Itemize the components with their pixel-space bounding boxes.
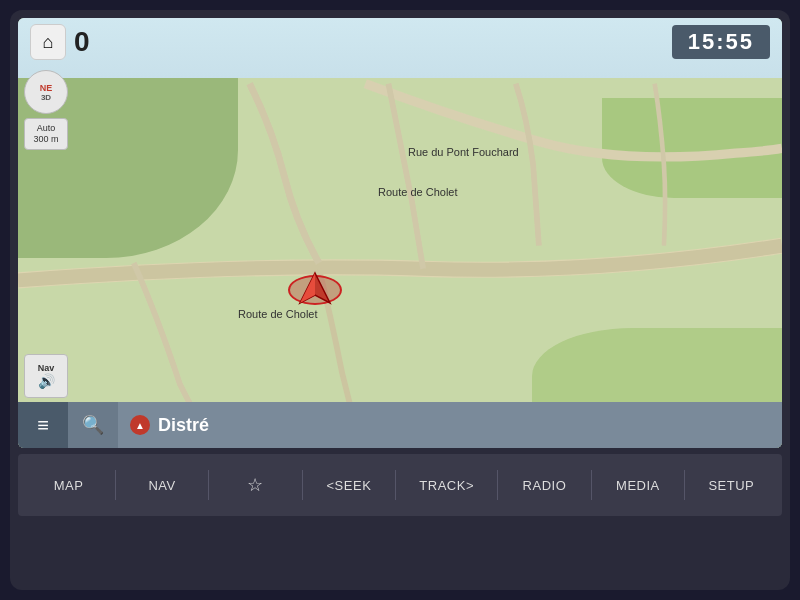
setup-button[interactable]: SETUP: [696, 472, 766, 499]
location-pin-icon: ▲: [130, 415, 150, 435]
seek-back-button[interactable]: <SEEK: [314, 472, 384, 499]
divider-4: [395, 470, 396, 500]
home-icon: ⌂: [43, 32, 54, 53]
nav-button[interactable]: NAV: [127, 472, 197, 499]
nav-sound-icon: 🔊: [38, 373, 55, 389]
divider-2: [208, 470, 209, 500]
track-forward-button[interactable]: TRACK>: [407, 472, 486, 499]
map-button[interactable]: MAP: [34, 472, 104, 499]
compass-mode: 3D: [41, 93, 51, 102]
favorite-button[interactable]: ☆: [220, 468, 290, 502]
bottom-controls: MAP NAV ☆ <SEEK TRACK> RADIO MEDIA SETUP: [18, 454, 782, 516]
divider-7: [684, 470, 685, 500]
location-marker: [288, 263, 342, 317]
location-arrow-svg: [288, 263, 342, 317]
search-icon: 🔍: [82, 414, 104, 436]
device-frame: Rue du Pont Fouchard Route de Cholet Rou…: [10, 10, 790, 590]
nav-sound-button[interactable]: Nav 🔊: [24, 354, 68, 398]
speed-display: 0: [74, 26, 90, 58]
location-bar: ▲ Distré: [118, 402, 782, 448]
roads-overlay: [18, 78, 782, 448]
current-location-name: Distré: [158, 415, 209, 436]
compass-direction: NE: [40, 83, 53, 93]
location-arrow-icon: ▲: [135, 420, 145, 431]
scale-mode: Auto: [37, 123, 56, 134]
menu-icon: ≡: [37, 414, 49, 437]
scale-distance: 300 m: [33, 134, 58, 145]
divider-6: [591, 470, 592, 500]
street-label-pont-fouchard: Rue du Pont Fouchard: [408, 146, 519, 158]
map-scale-button[interactable]: Auto 300 m: [24, 118, 68, 150]
home-button[interactable]: ⌂: [30, 24, 66, 60]
search-button[interactable]: 🔍: [68, 402, 118, 448]
screen-bottom-bar: ≡ 🔍 ▲ Distré: [18, 402, 782, 448]
divider-5: [497, 470, 498, 500]
top-bar: ⌂ 0 15:55: [18, 18, 782, 66]
divider-3: [302, 470, 303, 500]
left-panel: NE 3D Auto 300 m: [24, 70, 68, 150]
radio-button[interactable]: RADIO: [509, 472, 579, 499]
menu-button[interactable]: ≡: [18, 402, 68, 448]
time-display: 15:55: [672, 25, 770, 59]
media-button[interactable]: MEDIA: [603, 472, 673, 499]
compass-button[interactable]: NE 3D: [24, 70, 68, 114]
navigation-screen: Rue du Pont Fouchard Route de Cholet Rou…: [18, 18, 782, 448]
divider-1: [115, 470, 116, 500]
map-area[interactable]: Rue du Pont Fouchard Route de Cholet Rou…: [18, 78, 782, 448]
nav-label: Nav: [38, 363, 55, 373]
street-label-route-cholet-upper: Route de Cholet: [378, 186, 458, 198]
svg-marker-1: [300, 273, 315, 303]
